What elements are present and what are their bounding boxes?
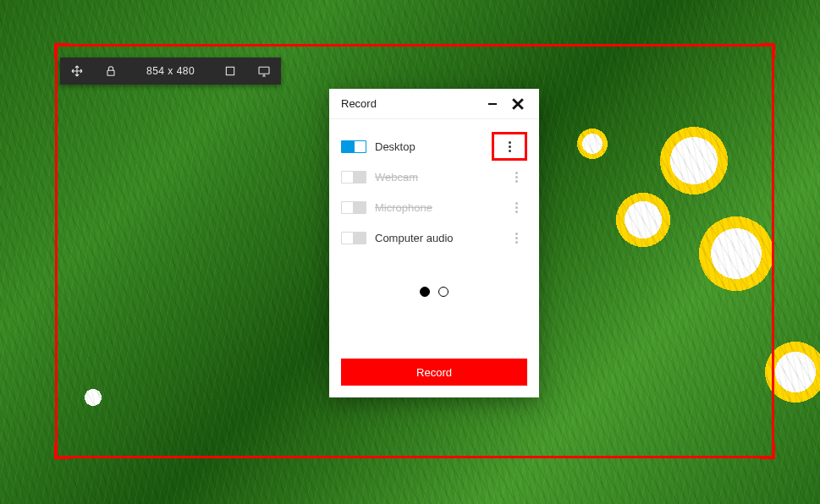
page-indicator [341,287,527,297]
toggle-webcam[interactable] [341,171,366,184]
svg-rect-0 [107,70,114,75]
resolution-label[interactable]: 854 x 480 [128,58,213,85]
panel-titlebar[interactable]: Record [329,89,539,119]
record-button[interactable]: Record [341,359,527,386]
kebab-icon [509,141,511,152]
toggle-microphone[interactable] [341,201,366,214]
option-label-webcam: Webcam [375,171,505,184]
option-label-microphone: Microphone [375,201,505,214]
option-row-microphone: Microphone [341,192,527,222]
option-label-computer-audio: Computer audio [375,232,505,244]
page-dot-1[interactable] [420,287,430,297]
svg-rect-2 [259,67,269,74]
capture-toolbar: 854 x 480 [60,58,281,85]
option-row-computer-audio: Computer audio [341,222,527,253]
move-icon[interactable] [60,58,94,85]
panel-title: Record [341,97,480,110]
panel-footer: Record [329,347,539,397]
more-menu-desktop[interactable] [492,132,527,161]
toggle-desktop[interactable] [341,140,366,153]
kebab-icon [515,172,518,183]
close-button[interactable] [505,91,531,117]
kebab-icon [515,202,518,213]
svg-rect-1 [227,67,234,74]
option-label-desktop: Desktop [375,140,492,153]
monitor-icon[interactable] [247,58,281,85]
option-row-webcam: Webcam [341,162,527,192]
option-row-desktop: Desktop [341,131,527,162]
more-menu-webcam[interactable] [505,166,527,188]
lock-icon[interactable] [94,58,128,85]
more-menu-microphone[interactable] [505,196,527,218]
kebab-icon [515,233,518,244]
panel-body: Desktop Webcam Microphone Computer audio [329,119,539,347]
record-panel: Record Desktop Webcam Microphone [329,89,539,397]
page-dot-2[interactable] [438,287,449,297]
more-menu-computer-audio[interactable] [505,227,527,249]
minimize-button[interactable] [480,91,505,117]
window-icon[interactable] [213,58,247,85]
toggle-computer-audio[interactable] [341,232,366,244]
